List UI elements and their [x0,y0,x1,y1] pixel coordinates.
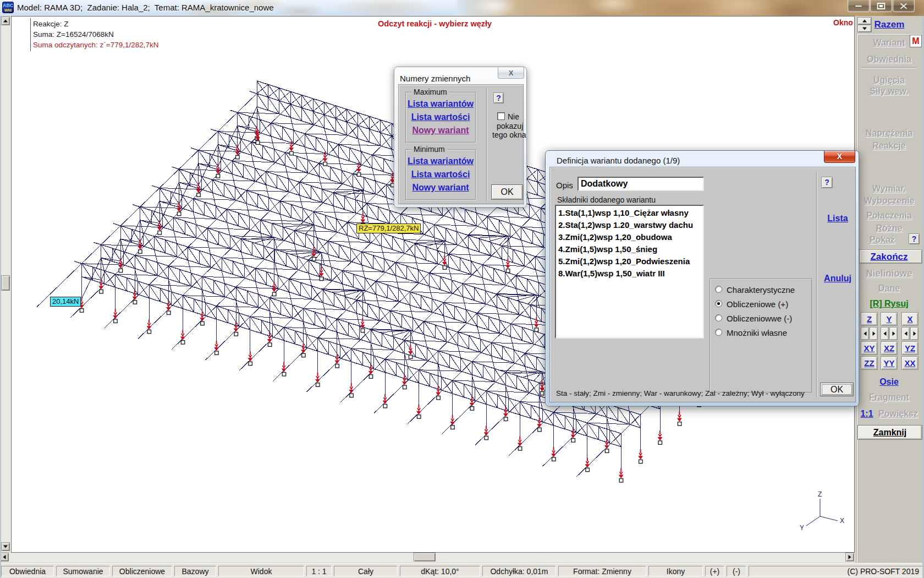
sidebar-item-dane[interactable]: Dane [878,283,900,293]
list-item[interactable]: 1.Sta(1,1)wsp 1,10_Ciężar własny [558,207,701,219]
list-item[interactable]: 8.War(1,5)wsp 1,50_wiatr III [558,268,701,280]
min-lista-wariantow-link[interactable]: Lista wariantów [406,156,475,166]
sidebar-item-naprezenia[interactable]: Naprężenia [866,128,912,138]
sidebar-item-obwiednia[interactable]: Obwiednia [867,54,911,64]
status-segment: Bazowy [174,566,216,576]
sidebar-item-rysuj[interactable]: [R] Rysuj [870,299,908,308]
radio-option[interactable] [715,314,722,321]
checkbox-label-line2: pokazuj [497,122,523,130]
sidebar-item-osie[interactable]: Osie [879,377,899,386]
sidebar-item-fragment[interactable]: Fragment [869,392,909,402]
skladniki-listbox[interactable]: 1.Sta(1,1)wsp 1,10_Ciężar własny2.Sta(1,… [555,205,704,339]
info-line-reakcje: Reakcje: Z [33,19,159,29]
sidebar-item-reakcje[interactable]: Reakcje [872,141,906,150]
up-arrow-icon [3,20,8,23]
dialog-numery-help-button[interactable]: ? [493,92,504,103]
horizontal-scrollbar[interactable] [0,553,855,563]
maximize-button[interactable] [870,0,892,12]
nie-pokazuj-checkbox[interactable] [497,112,505,120]
view-xz-button[interactable]: XZ [881,341,898,355]
lista-link[interactable]: Lista [818,214,857,223]
list-item[interactable]: 2.Sta(1,2)wsp 1.20_warstwy dachu [558,219,701,231]
radio-checked[interactable] [715,300,722,307]
sidebar-item-ugiecia[interactable]: Ugięcia [873,75,905,85]
radio-label: Obliczeniowe (+) [727,299,788,309]
radio-option[interactable] [715,286,722,293]
max-nowy-wariant-link[interactable]: Nowy wariant [406,126,475,135]
dialog-definicja-divider [816,172,817,397]
horizontal-scroll-thumb[interactable] [414,553,436,561]
opis-input[interactable]: Dodatkowy [578,177,704,191]
vertical-scroll-thumb[interactable] [1,275,10,291]
list-item[interactable]: 3.Zmi(1,2)wsp 1,20_obudowa [558,231,701,243]
sidebar-item-powieksz[interactable]: Powiększ [878,409,918,418]
view-z-button[interactable]: Z [861,312,878,326]
status-segment: Widok [218,566,304,576]
status-segment: 1 : 1 [306,566,332,576]
view-y-button[interactable]: Y [881,312,898,326]
min-nowy-wariant-link[interactable]: Nowy wariant [406,183,475,193]
close-button[interactable] [893,0,915,12]
list-item[interactable]: 5.Zmi(1,2)wsp 1,20_Podwieszenia [558,255,701,268]
rotate-x-right-button[interactable] [910,327,919,340]
left-arrow-icon [883,331,886,336]
pokaz-help-button[interactable]: ? [909,233,920,244]
scroll-left-button[interactable] [0,553,9,561]
rotate-z-right-button[interactable] [870,327,878,340]
scroll-up-button[interactable] [1,17,10,25]
window-left-edge [0,16,1,578]
dialog-numery-ok-button[interactable]: OK [491,184,523,200]
radio-label: Obliczeniowwe (-) [727,314,792,323]
dialog-numery-title: Numery zmiennych [400,74,470,83]
view-yy-button[interactable]: YY [881,356,898,370]
sidebar-item-nieliniowe[interactable]: Nieliniowe [866,268,912,279]
okno-label[interactable]: Okno [833,18,853,27]
sidebar-item-wariant[interactable]: Wariant [873,38,905,47]
dialog-numery-zmiennych: Numery zmiennych X Maximum Lista wariant… [394,67,527,208]
zamknij-button[interactable]: Zamknij [857,425,922,440]
sidebar-item-polaczenia[interactable]: Połączenia [866,211,912,220]
status-segment: Cały [334,566,398,576]
sidebar-item-rozne[interactable]: Różne [876,223,903,233]
radio-option[interactable] [715,329,722,336]
reaction-tag-yellow[interactable]: RZ=779,1/282,7kN [356,223,421,233]
sidebar-item-one-one[interactable]: 1:1 [860,409,873,418]
skladniki-label: Składniki dodanego wariantu [557,195,656,204]
scroll-down-button[interactable] [1,542,10,551]
sidebar-item-sily-wew[interactable]: Siły wew. [870,86,909,96]
view-zz-button[interactable]: ZZ [861,356,878,370]
reaction-tag-cyan[interactable]: 20,14kN [50,297,81,307]
view-xx-button[interactable]: XX [901,356,919,370]
right-arrow-icon [872,331,875,336]
left-arrow-icon [864,331,866,336]
max-lista-wartosci-link[interactable]: Lista wartości [406,112,475,122]
rotate-x-left-button[interactable] [901,327,910,340]
dialog-definicja-close-button[interactable]: X [824,151,855,163]
vertical-scrollbar[interactable] [1,17,11,552]
view-yz-button[interactable]: YZ [901,341,919,355]
maximum-groupbox: Maximum Lista wariantów Lista wartości N… [405,92,476,143]
dialog-definicja-help-button[interactable]: ? [821,177,833,188]
minimize-button[interactable] [848,0,870,12]
wariant-m-button[interactable]: M [910,35,922,47]
rotate-y-left-button[interactable] [881,327,889,340]
anuluj-link[interactable]: Anuluj [818,274,857,283]
scroll-right-button[interactable] [845,553,854,561]
rotate-y-right-button[interactable] [889,327,898,340]
rotate-z-left-button[interactable] [861,327,869,340]
dialog-definicja-title: Definicja wariantu dodanego (1/9) [557,156,680,165]
max-lista-wariantow-link[interactable]: Lista wariantów [406,99,475,109]
sidebar-item-wymiar[interactable]: Wymiar. [872,184,906,193]
min-lista-wartosci-link[interactable]: Lista wartości [406,170,475,179]
view-xy-button[interactable]: XY [861,341,878,355]
view-x-button[interactable]: X [901,312,919,326]
list-item[interactable]: 4.Zmi(1,5)wsp 1,50_śnieg [558,243,701,255]
minimum-groupbox: Minimum Lista wariantów Lista wartości N… [405,149,476,200]
sidebar-item-pokaz[interactable]: Pokaż [870,235,895,244]
dialog-numery-close-button[interactable]: X [498,67,524,79]
sidebar-item-wyboczenie[interactable]: Wyboczenie [864,196,914,205]
sidebar-item-zakoncz[interactable]: Zakończ [870,252,908,262]
window-title: Model: RAMA 3D; Zadanie: Hala_2; Temat: … [17,3,274,12]
sidebar-item-razem[interactable]: Razem [875,19,905,30]
dialog-definicja-ok-button[interactable]: OK [820,383,854,396]
